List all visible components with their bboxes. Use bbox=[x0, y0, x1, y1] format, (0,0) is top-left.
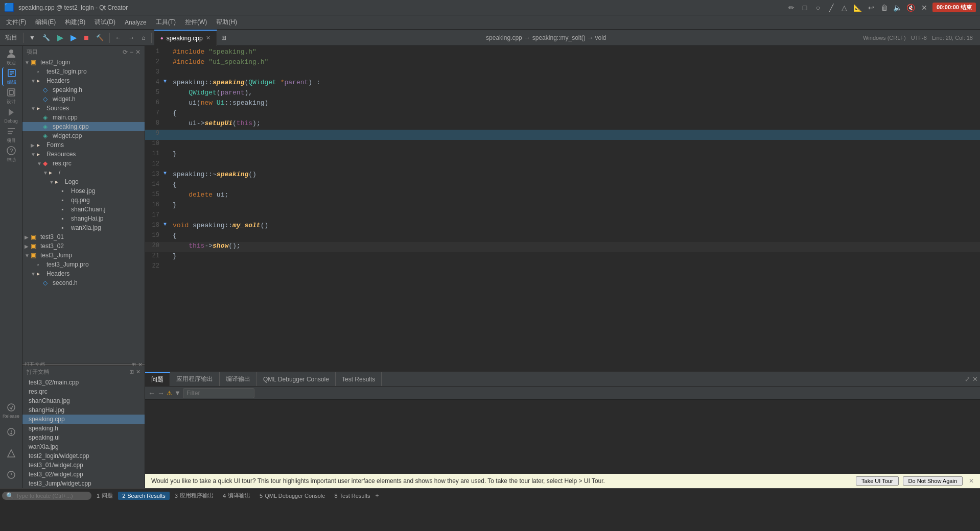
tree-item[interactable]: ▪wanXia.jpg bbox=[22, 223, 145, 232]
open-doc-item[interactable]: test3_02/main.cpp bbox=[22, 378, 145, 387]
taskbar-app-output-btn[interactable]: 3 应用程序输出 bbox=[171, 491, 218, 500]
timer-button[interactable]: 00:00:00 结束 bbox=[932, 3, 976, 12]
tree-item[interactable]: ▫test2_login.pro bbox=[22, 67, 145, 76]
tb-nav-forward[interactable]: → bbox=[126, 33, 138, 43]
notification-close-icon[interactable]: ✕ bbox=[969, 477, 974, 485]
side-design-btn[interactable]: 设计 bbox=[2, 87, 20, 105]
open-doc-item[interactable]: test3_Jump/widget.cpp bbox=[22, 479, 145, 488]
next-problem-icon[interactable]: → bbox=[157, 389, 165, 397]
side-debug-btn[interactable]: Debug bbox=[2, 106, 20, 125]
tree-item[interactable]: ▼▸/ bbox=[22, 168, 145, 177]
tab-speaking-cpp[interactable]: ● speaking.cpp ✕ bbox=[154, 30, 217, 46]
problems-panel-close[interactable]: ✕ bbox=[972, 375, 978, 383]
open-doc-item[interactable]: shanChuan.jpg bbox=[22, 396, 145, 405]
pencil-icon[interactable]: ✏ bbox=[786, 3, 797, 13]
tb-split[interactable]: ⊞ bbox=[218, 33, 229, 43]
side-project-btn[interactable]: 项目 bbox=[2, 126, 20, 144]
prev-problem-icon[interactable]: ← bbox=[148, 389, 155, 397]
tree-item[interactable]: ◇second.h bbox=[22, 278, 145, 287]
ruler-icon[interactable]: 📐 bbox=[853, 3, 863, 13]
collapse-icon[interactable]: − bbox=[130, 49, 133, 56]
close-panel-icon[interactable]: ✕ bbox=[135, 49, 141, 56]
sync-icon[interactable]: ⟳ bbox=[123, 49, 128, 56]
side-edit-btn[interactable]: 编辑 bbox=[2, 67, 20, 86]
side-release-btn[interactable]: Release bbox=[2, 401, 20, 420]
tb-project[interactable]: 项目 bbox=[2, 32, 20, 43]
warning-filter-icon[interactable]: ⚠ bbox=[167, 390, 172, 397]
tb-nav-back[interactable]: ← bbox=[112, 33, 125, 43]
tree-item[interactable]: ◈main.cpp bbox=[22, 113, 145, 122]
open-doc-item[interactable]: speaking.ui bbox=[22, 433, 145, 442]
line-icon[interactable]: ╱ bbox=[826, 3, 836, 13]
fold-indicator[interactable]: ▼ bbox=[164, 171, 171, 176]
taskbar-search-results-btn[interactable]: 2 Search Results bbox=[118, 492, 170, 500]
close-icon[interactable]: ✕ bbox=[919, 3, 929, 13]
problems-filter-input[interactable] bbox=[183, 388, 254, 398]
tb-run[interactable]: ▶ bbox=[54, 31, 66, 44]
taskbar-search-box[interactable]: 🔍 bbox=[2, 492, 91, 500]
tb-debug-run[interactable]: ▶ bbox=[67, 31, 80, 44]
tree-item[interactable]: ▶▸Forms bbox=[22, 140, 145, 150]
side-welcome-btn[interactable]: 欢迎 bbox=[2, 48, 20, 66]
tb-select-project[interactable]: ▼ bbox=[26, 33, 38, 43]
fold-indicator[interactable]: ▼ bbox=[164, 79, 171, 84]
side-bottom3-btn[interactable] bbox=[2, 466, 20, 484]
menu-tools[interactable]: 工具(T) bbox=[152, 16, 180, 29]
open-doc-item[interactable]: speaking.cpp bbox=[22, 415, 145, 424]
fold-indicator[interactable]: ▼ bbox=[164, 222, 171, 227]
tree-item[interactable]: ◈widget.cpp bbox=[22, 131, 145, 140]
menu-help[interactable]: 帮助(H) bbox=[212, 16, 241, 29]
tree-item[interactable]: ▼▣test3_Jump bbox=[22, 251, 145, 260]
open-docs-close[interactable]: ✕ bbox=[136, 369, 141, 375]
open-doc-item[interactable]: test3_02/widget.cpp bbox=[22, 470, 145, 479]
open-doc-item[interactable]: test2_login/widget.cpp bbox=[22, 451, 145, 461]
trash-icon[interactable]: 🗑 bbox=[879, 3, 890, 13]
triangle-icon[interactable]: △ bbox=[839, 3, 850, 13]
tab-compile-output[interactable]: 编译输出 bbox=[220, 372, 257, 386]
circle-icon[interactable]: ○ bbox=[813, 3, 823, 13]
taskbar-plus-icon[interactable]: + bbox=[375, 492, 379, 499]
speaker-icon[interactable]: 🔈 bbox=[893, 3, 903, 13]
open-doc-item[interactable]: shangHai.jpg bbox=[22, 405, 145, 415]
menu-file[interactable]: 文件(F) bbox=[2, 16, 30, 29]
mute-icon[interactable]: 🔇 bbox=[906, 3, 916, 13]
menu-build[interactable]: 构建(B) bbox=[61, 16, 89, 29]
tab-test-results[interactable]: Test Results bbox=[336, 372, 382, 386]
tree-item[interactable]: ▼◆res.qrc bbox=[22, 159, 145, 168]
tree-item[interactable]: ▼▸Resources bbox=[22, 150, 145, 159]
tb-stop[interactable]: ■ bbox=[81, 32, 92, 44]
side-bottom2-btn[interactable] bbox=[2, 444, 20, 463]
open-doc-item[interactable]: test3_01/widget.cpp bbox=[22, 461, 145, 470]
rectangle-icon[interactable]: □ bbox=[800, 3, 810, 13]
taskbar-compile-btn[interactable]: 4 编译输出 bbox=[219, 491, 254, 500]
open-docs-grid-view[interactable]: ⊞ bbox=[129, 369, 134, 375]
tree-item[interactable]: ▪Hose.jpg bbox=[22, 186, 145, 196]
menu-widget[interactable]: 控件(W) bbox=[181, 16, 211, 29]
tree-item[interactable]: ◇widget.h bbox=[22, 94, 145, 104]
tree-item[interactable]: ◇speaking.h bbox=[22, 85, 145, 94]
tree-item[interactable]: ▪shangHai.jp bbox=[22, 214, 145, 223]
tree-item[interactable]: ▼▸Sources bbox=[22, 104, 145, 113]
tb-kit-selector[interactable]: 🔧 bbox=[39, 33, 53, 43]
tab-close-btn[interactable]: ✕ bbox=[206, 35, 211, 41]
tree-item[interactable]: ▼▸Logo bbox=[22, 177, 145, 186]
taskbar-qml-btn[interactable]: 5 QML Debugger Console bbox=[255, 492, 329, 500]
tree-item[interactable]: ▫test3_Jump.pro bbox=[22, 260, 145, 269]
tb-nav-home[interactable]: ⌂ bbox=[139, 33, 149, 43]
tree-item[interactable]: ◈speaking.cpp bbox=[22, 122, 145, 131]
undo-icon[interactable]: ↩ bbox=[866, 3, 876, 13]
side-bottom1-btn[interactable] bbox=[2, 423, 20, 441]
tab-app-output[interactable]: 应用程序输出 bbox=[170, 372, 220, 386]
tree-item[interactable]: ▼▸Headers bbox=[22, 76, 145, 85]
filter-options-icon[interactable]: ▼ bbox=[174, 389, 181, 397]
tab-qml-console[interactable]: QML Debugger Console bbox=[257, 372, 336, 386]
problems-panel-expand[interactable]: ⤢ bbox=[965, 375, 970, 383]
side-help-btn[interactable]: ? 帮助 bbox=[2, 145, 20, 163]
menu-debug[interactable]: 调试(D) bbox=[90, 16, 120, 29]
do-not-show-button[interactable]: Do Not Show Again bbox=[903, 476, 963, 486]
taskbar-issues-btn[interactable]: 1 问题 bbox=[92, 491, 117, 500]
taskbar-search-input[interactable] bbox=[16, 493, 87, 499]
tree-item[interactable]: ▼▸Headers bbox=[22, 269, 145, 278]
take-tour-button[interactable]: Take UI Tour bbox=[856, 476, 899, 486]
taskbar-test-results-btn[interactable]: 8 Test Results bbox=[330, 492, 374, 500]
